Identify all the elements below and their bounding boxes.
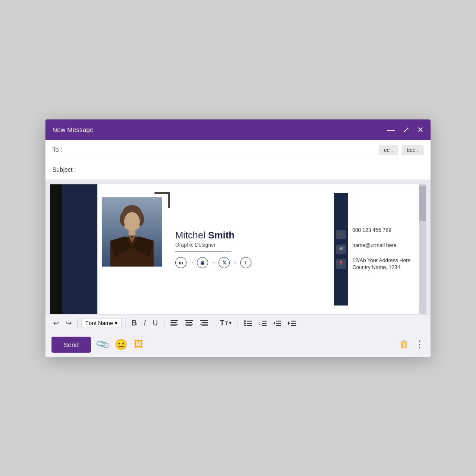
subject-label: Subject :	[52, 166, 78, 173]
list-bullet-button[interactable]	[241, 318, 254, 328]
bold-button[interactable]: B	[129, 317, 139, 329]
svg-point-29	[244, 325, 246, 326]
to-label: To :	[52, 146, 78, 153]
body-area: Mitchel Smith Graphic Designer in → ◉ → …	[45, 180, 431, 314]
phone-icon: 📞	[336, 230, 346, 239]
left-actions: Send 📎 😐 🖼	[51, 337, 143, 353]
emoji-icon[interactable]: 😐	[115, 338, 128, 351]
email-address: name@urmail here	[352, 242, 411, 249]
svg-rect-35	[262, 325, 267, 326]
align-left-button[interactable]	[168, 318, 181, 328]
arrow-icon-3: →	[232, 260, 238, 266]
linkedin-icon[interactable]: in	[175, 257, 187, 268]
name-divider	[175, 251, 232, 252]
svg-rect-16	[170, 325, 177, 326]
svg-rect-32	[262, 321, 267, 322]
address-line2: Country Name, 1234	[352, 264, 411, 271]
arrow-icon-2: →	[211, 260, 216, 266]
phone-number: 000 123 456 789	[352, 227, 411, 234]
minimize-button[interactable]: —	[387, 126, 395, 134]
info-section: Mitchel Smith Graphic Designer in → ◉ → …	[171, 184, 334, 314]
svg-rect-42	[291, 323, 296, 324]
window-title: New Message	[52, 126, 93, 133]
undo-button[interactable]: ↩	[51, 317, 61, 329]
scrollbar[interactable]	[419, 184, 426, 314]
svg-rect-19	[185, 324, 193, 325]
attachment-icon[interactable]: 📎	[95, 337, 110, 352]
person-title: Graphic Designer	[175, 242, 330, 248]
svg-rect-41	[291, 321, 296, 322]
svg-rect-14	[170, 322, 177, 323]
text-size-button[interactable]: TT ▾	[218, 318, 235, 329]
bottom-bar: Send 📎 😐 🖼 🗑 ⋮	[45, 332, 431, 357]
divider-4	[214, 318, 214, 328]
more-options-button[interactable]: ⋮	[415, 339, 425, 350]
svg-rect-23	[200, 324, 208, 325]
contact-sidebar: 📞 ✉ 📍	[334, 193, 348, 306]
send-button[interactable]: Send	[51, 337, 91, 353]
signature-card: Mitchel Smith Graphic Designer in → ◉ → …	[50, 184, 419, 314]
svg-rect-30	[247, 325, 252, 326]
image-icon[interactable]: 🖼	[134, 339, 143, 350]
photo-frame	[102, 197, 162, 267]
window-controls: — ⤢ ✕	[387, 126, 424, 134]
facebook-icon[interactable]: f	[240, 257, 251, 268]
social-icons: in → ◉ → 𝕏 → f	[175, 257, 330, 268]
svg-point-6	[124, 212, 140, 231]
svg-rect-13	[170, 320, 178, 321]
indent-increase-button[interactable]	[286, 318, 299, 328]
cc-button[interactable]: cc :	[379, 145, 398, 155]
svg-rect-34	[262, 323, 267, 324]
bcc-button[interactable]: bcc :	[402, 145, 424, 155]
location-icon: 📍	[336, 259, 346, 269]
underline-button[interactable]: U	[150, 318, 161, 329]
italic-button[interactable]: I	[142, 318, 148, 329]
black-bar	[50, 184, 62, 314]
svg-rect-26	[247, 321, 252, 322]
divider-3	[164, 318, 164, 328]
email-icon: ✉	[336, 244, 346, 254]
contact-details: 000 123 456 789 name@urmail here 12/Ab Y…	[348, 218, 415, 280]
redo-button[interactable]: ↪	[63, 317, 74, 329]
maximize-button[interactable]: ⤢	[403, 126, 409, 134]
person-last-name: Smith	[208, 230, 235, 241]
list-number-button[interactable]: 1.2.	[256, 318, 269, 328]
scrollbar-thumb[interactable]	[419, 186, 426, 221]
navy-bar	[62, 184, 97, 314]
decorative-bars	[50, 184, 97, 314]
photo-section	[97, 184, 171, 314]
divider-1	[77, 318, 78, 328]
svg-rect-20	[186, 325, 192, 326]
to-input[interactable]	[78, 146, 379, 153]
subject-input[interactable]	[78, 166, 424, 173]
delete-button[interactable]: 🗑	[399, 339, 409, 350]
address-line1: 12/Ab Your Address Here	[352, 257, 411, 264]
cc-bcc-buttons: cc : bcc :	[379, 145, 424, 155]
person-first-name: Mitchel	[175, 230, 206, 241]
arrow-icon-1: →	[189, 260, 194, 266]
svg-marker-36	[273, 322, 275, 325]
font-name-label: Font Name	[85, 320, 113, 326]
svg-rect-7	[129, 229, 135, 235]
align-right-button[interactable]	[197, 318, 210, 328]
title-bar: New Message — ⤢ ✕	[45, 119, 431, 140]
svg-marker-40	[288, 322, 290, 325]
font-selector[interactable]: Font Name ▾	[81, 318, 122, 328]
svg-point-27	[244, 322, 246, 324]
svg-rect-21	[200, 320, 208, 321]
indent-decrease-button[interactable]	[271, 318, 284, 328]
twitter-icon[interactable]: 𝕏	[219, 257, 230, 268]
svg-rect-43	[291, 325, 296, 326]
email-compose-window: New Message — ⤢ ✕ To : cc : bcc : Subjec…	[45, 119, 431, 357]
align-center-button[interactable]	[183, 318, 196, 328]
font-dropdown-icon: ▾	[115, 320, 118, 326]
svg-rect-17	[185, 320, 193, 321]
close-button[interactable]: ✕	[417, 126, 424, 134]
contact-section: 📞 ✉ 📍 000 123 456 789 name@urmail here 1…	[334, 184, 419, 314]
formatting-toolbar: ↩ ↪ Font Name ▾ B I U TT ▾ 1.2.	[45, 314, 431, 332]
subject-field-row: Subject :	[45, 160, 431, 180]
instagram-icon[interactable]: ◉	[197, 257, 208, 268]
svg-rect-28	[247, 323, 252, 324]
svg-point-25	[244, 320, 246, 322]
svg-rect-22	[202, 322, 208, 323]
